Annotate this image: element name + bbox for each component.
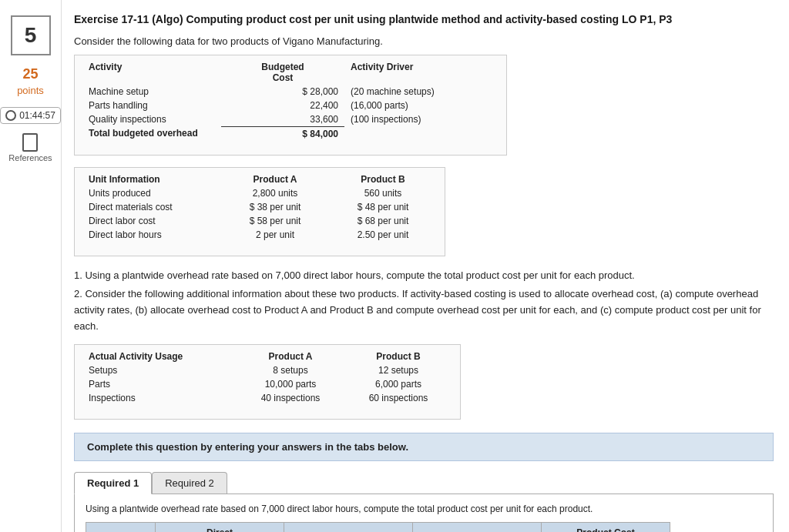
table-row: Quality inspections 33,600 (100 inspecti… [82,112,499,127]
row-label: Units produced [82,186,221,200]
sidebar: 5 25 points 01:44:57 References [0,0,62,532]
instruction-1: 1. Using a plantwide overhead rate based… [74,268,774,284]
activity-row-label: Setups [82,363,237,377]
points-value: 25 [17,65,44,84]
tab1-description: Using a plantwide overhead rate based on… [86,504,762,514]
table-row: Direct labor cost $ 58 per unit $ 68 per… [82,214,437,228]
complete-box-text: Complete this question by entering your … [87,441,408,453]
driver-col-header: Activity Driver [344,60,499,85]
prod-a-value: $ 38 per unit [221,200,329,214]
col-direct-materials: DirectMaterials [156,522,284,532]
activity-table-wrapper: Activity BudgetedCost Activity Driver Ma… [74,55,507,156]
prod-a-value: 10,000 parts [237,377,344,391]
references-box[interactable]: References [8,133,52,162]
activity-name: Quality inspections [82,112,221,127]
prod-a-value: 2 per unit [221,228,329,242]
prod-a-value: 8 setups [237,363,344,377]
prod-b-value: 2.50 per unit [329,228,437,242]
timer-value: 01:44:57 [19,110,55,121]
col-per-unit: Per Unit [86,522,156,532]
instruction-2: 2. Consider the following additional inf… [74,286,774,334]
prod-a-header: Product A [221,172,329,186]
instructions: 1. Using a plantwide overhead rate based… [74,268,774,335]
prod-b-value: 560 units [329,186,437,200]
tab-required-1[interactable]: Required 1 [74,472,152,494]
actual-activity-wrapper: Actual Activity Usage Product A Product … [74,344,461,420]
intro-text: Consider the following data for two prod… [74,35,774,47]
points-label: points [17,84,44,98]
budgeted-cost: 22,400 [221,99,344,112]
col-direct-labor: Direct Labor [284,522,413,532]
tab-required-1-label: Required 1 [87,477,139,489]
total-label: Total budgeted overhead [82,126,221,141]
exercise-title: Exercise 17-11 (Algo) Computing product … [74,12,774,28]
activity-driver: (100 inspections) [344,112,499,127]
prod-b-header: Product B [329,172,437,186]
table-row: Units produced 2,800 units 560 units [82,186,437,200]
main-content: Exercise 17-11 (Algo) Computing product … [62,0,789,532]
tab-required-2[interactable]: Required 2 [152,472,227,494]
prod-b-value: $ 68 per unit [329,214,437,228]
table-row: Inspections 40 inspections 60 inspection… [82,391,452,405]
references-label: References [8,153,52,162]
document-icon [22,133,38,152]
activity-col-header: Activity [82,60,221,85]
complete-question-box: Complete this question by entering your … [74,433,774,461]
timer-icon [5,110,16,121]
prod-b-value: 6,000 parts [344,377,452,391]
activity-row-label: Parts [82,377,237,391]
answer-table: Per Unit DirectMaterials Direct Labor Ov… [86,522,670,532]
budgeted-cost: 33,600 [221,112,344,127]
row-label: Direct materials cost [82,200,221,214]
activity-table: Activity BudgetedCost Activity Driver Ma… [82,60,499,141]
activity-row-label: Inspections [82,391,237,405]
prod-b-header: Product B [344,350,452,363]
actual-col-header: Actual Activity Usage [82,350,237,363]
prod-b-value: 12 setups [344,363,452,377]
total-driver [344,126,499,141]
col-product-cost: Product Costper Unit [542,522,670,532]
timer-box[interactable]: 01:44:57 [0,107,61,124]
prod-a-value: 2,800 units [221,186,329,200]
prod-a-header: Product A [237,350,344,363]
points-section: 25 points [17,65,44,98]
row-label: Direct labor cost [82,214,221,228]
question-number: 5 [11,15,51,55]
unit-info-header: Unit Information [82,172,221,186]
actual-activity-table: Actual Activity Usage Product A Product … [82,350,452,405]
col-overhead: Overhead [413,522,542,532]
prod-b-value: 60 inspections [344,391,452,405]
budgeted-cost: $ 28,000 [221,85,344,99]
activity-name: Parts handling [82,99,221,112]
prod-a-value: $ 58 per unit [221,214,329,228]
table-row: Direct labor hours 2 per unit 2.50 per u… [82,228,437,242]
activity-driver: (20 machine setups) [344,85,499,99]
table-row: Machine setup $ 28,000 (20 machine setup… [82,85,499,99]
prod-a-value: 40 inspections [237,391,344,405]
row-label: Direct labor hours [82,228,221,242]
activity-driver: (16,000 parts) [344,99,499,112]
unit-info-table: Unit Information Product A Product B Uni… [82,172,437,242]
prod-b-value: $ 48 per unit [329,200,437,214]
activity-name: Machine setup [82,85,221,99]
table-row: Direct materials cost $ 38 per unit $ 48… [82,200,437,214]
table-row: Parts handling 22,400 (16,000 parts) [82,99,499,112]
tabs-row: Required 1 Required 2 [74,472,774,494]
unit-info-table-wrapper: Unit Information Product A Product B Uni… [74,167,445,256]
total-value: $ 84,000 [221,126,344,141]
table-row: Parts 10,000 parts 6,000 parts [82,377,452,391]
tab1-content: Using a plantwide overhead rate based on… [74,494,774,532]
total-row: Total budgeted overhead $ 84,000 [82,126,499,141]
tab-required-2-label: Required 2 [165,477,214,489]
table-row: Setups 8 setups 12 setups [82,363,452,377]
budgeted-col-header: BudgetedCost [221,60,344,85]
